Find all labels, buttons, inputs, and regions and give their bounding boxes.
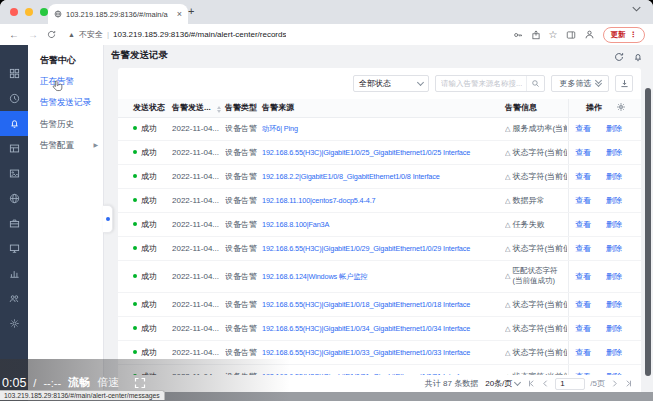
view-button[interactable]: 查看 [575, 189, 591, 212]
source-link[interactable]: 192.168.6.55(H3C)|GigabitE1/0/25_Gigabit… [262, 141, 502, 164]
rail-chart-icon[interactable] [0, 261, 28, 286]
player-quality-button[interactable]: 流畅 [68, 375, 90, 390]
delete-button[interactable]: 删除 [606, 165, 622, 188]
reload-icon[interactable] [47, 30, 56, 39]
view-button[interactable]: 查看 [575, 293, 591, 316]
password-key-icon[interactable] [513, 30, 523, 40]
rail-bell-icon[interactable] [0, 111, 28, 136]
sidebar-item-alert-config[interactable]: 告警配置 ▶ [40, 140, 74, 152]
table-row[interactable]: 成功 2022-11-04... 设备告警 192.168.11.100|cen… [118, 189, 641, 213]
delete-button[interactable]: 删除 [606, 117, 622, 140]
warning-triangle-icon: △ [505, 213, 510, 236]
tab-close-icon[interactable]: × [177, 10, 182, 19]
share-icon[interactable] [531, 30, 541, 40]
source-link[interactable]: 192.168.6.55(H3C)|GigabitE1/0/34_Gigabit… [262, 317, 502, 340]
source-link[interactable]: 192.168.6.55(H3C)|GigabitE1/0/33_Gigabit… [262, 341, 502, 364]
table-row[interactable]: 成功 2022-11-04... 设备告警 动环6| Ping △服务成功率(当… [118, 117, 641, 141]
rail-monitor-icon[interactable] [0, 236, 28, 261]
table-row[interactable]: 成功 2022-11-04... 设备告警 192.168.6.55(H3C)|… [118, 317, 641, 341]
fullscreen-icon[interactable] [134, 377, 146, 389]
actions-cell: 查看 删除 [568, 317, 641, 340]
view-button[interactable]: 查看 [575, 141, 591, 164]
last-page-icon[interactable] [624, 379, 633, 388]
delete-button[interactable]: 删除 [606, 141, 622, 164]
view-button[interactable]: 查看 [575, 261, 591, 292]
rail-users-icon[interactable] [0, 286, 28, 311]
delete-button[interactable]: 删除 [606, 317, 622, 340]
column-settings-gear-icon[interactable] [616, 102, 626, 112]
rail-briefcase-icon[interactable] [0, 211, 28, 236]
prev-page-icon[interactable] [541, 379, 550, 388]
delete-button[interactable]: 删除 [606, 237, 622, 260]
more-filters-button[interactable]: 更多筛选 [551, 75, 609, 92]
table-row[interactable]: 成功 2022-11-04... 设备告警 192.168.6.55(H3C)|… [118, 293, 641, 317]
view-button[interactable]: 查看 [575, 213, 591, 236]
rail-image-icon[interactable] [0, 161, 28, 186]
source-link[interactable]: 192.168.6.55(H3C)|GigabitE1/0/18_Gigabit… [262, 293, 502, 316]
rail-clock-icon[interactable] [0, 86, 28, 111]
view-button[interactable]: 查看 [575, 341, 591, 364]
view-button[interactable]: 查看 [575, 165, 591, 188]
source-link[interactable]: 192.168.6.55(H3C)|GigabitE1/0/29_Gigabit… [262, 237, 502, 260]
search-icon[interactable] [526, 76, 544, 91]
notification-bell-icon[interactable] [633, 52, 643, 62]
table-row[interactable]: 成功 2022-11-04... 设备告警 192.168.2.2|Gigabi… [118, 165, 641, 189]
table-row[interactable]: 成功 2022-11-04... 设备告警 192.168.6.55(H3C)|… [118, 141, 641, 165]
sidebar-item-alert-send-records[interactable]: 告警发送记录 [40, 97, 91, 109]
tab-strip-chevron-icon[interactable] [632, 6, 641, 12]
close-window-button[interactable] [10, 8, 18, 16]
back-icon[interactable]: ← [9, 29, 19, 40]
delete-button[interactable]: 删除 [606, 341, 622, 364]
rail-globe-icon[interactable] [0, 186, 28, 211]
view-button[interactable]: 查看 [575, 237, 591, 260]
minimize-window-button[interactable] [25, 8, 33, 16]
page-number-input[interactable]: 1 [555, 378, 585, 390]
table-row[interactable]: 成功 2022-11-04... 设备告警 192.168.8.100|Fan3… [118, 213, 641, 237]
rail-gear-icon[interactable] [0, 311, 28, 336]
page-size-select[interactable]: 20条/页 [485, 378, 520, 389]
side-panel-icon[interactable] [566, 30, 576, 40]
source-link[interactable]: 192.168.11.100|centos7-docp5.4-4.7 [262, 189, 502, 212]
source-link[interactable]: 192.168.2.2|GigabitE1/0/8_GigabitEtherne… [262, 165, 502, 188]
export-button[interactable] [615, 75, 633, 92]
table-row[interactable]: 成功 2022-11-04... 设备告警 192.168.6.55(H3C)|… [118, 237, 641, 261]
info-text: 状态字符(当前值:do [512, 341, 567, 364]
refresh-icon[interactable] [614, 52, 624, 62]
chrome-update-button[interactable]: 更新 ⋮ [603, 27, 646, 43]
delete-button[interactable]: 删除 [606, 293, 622, 316]
delete-button[interactable]: 删除 [606, 261, 622, 292]
total-count: 共计 87 条数据 [425, 378, 478, 389]
page-scrollbar[interactable] [645, 88, 651, 376]
source-link[interactable]: 动环6| Ping [262, 117, 502, 140]
next-page-icon[interactable] [610, 379, 619, 388]
status-select[interactable]: 全部状态 [353, 75, 429, 92]
col-time[interactable]: 告警发送... [172, 99, 224, 117]
delete-button[interactable]: 删除 [606, 189, 622, 212]
view-button[interactable]: 查看 [575, 317, 591, 340]
source-link[interactable]: 192.168.6.55(H3C)|GigabitE1/0/31_Gigabit… [262, 365, 502, 375]
source-link[interactable]: 192.168.6.124|Windows 帐户监控 [262, 261, 502, 292]
rail-list-icon[interactable] [0, 136, 28, 161]
delete-button[interactable]: 删除 [606, 213, 622, 236]
first-page-icon[interactable] [527, 379, 536, 388]
browser-tab[interactable]: 103.219.185.29:8136/#/main/a × [48, 4, 188, 24]
forward-icon[interactable]: → [28, 29, 38, 40]
source-link[interactable]: 192.168.8.100|Fan3A [262, 213, 502, 236]
table-row[interactable]: 成功 2022-11-04... 设备告警 192.168.6.124|Wind… [118, 261, 641, 293]
new-tab-button[interactable]: + [188, 5, 194, 17]
view-button[interactable]: 查看 [575, 117, 591, 140]
sort-icon[interactable] [217, 106, 221, 113]
sidebar-collapse-handle[interactable] [103, 205, 113, 233]
delete-button[interactable]: 删除 [606, 365, 622, 375]
address-bar[interactable]: ▲ 不安全 | 103.219.185.29:8136/#/main/alert… [68, 29, 513, 40]
player-duration: --:-- [43, 377, 61, 389]
profile-avatar-icon[interactable] [584, 29, 595, 40]
player-speed-button[interactable]: 倍速 [97, 375, 119, 390]
rail-grid-icon[interactable] [0, 61, 28, 86]
bookmark-star-icon[interactable]: ☆ [549, 29, 558, 40]
browser-menu-kebab-icon[interactable]: ⋮ [630, 30, 638, 39]
sidebar-item-alert-history[interactable]: 告警历史 [40, 119, 74, 131]
view-button[interactable]: 查看 [575, 365, 591, 375]
search-input[interactable]: 请输入告警来源名称搜... [435, 75, 545, 92]
zoom-window-button[interactable] [40, 8, 48, 16]
